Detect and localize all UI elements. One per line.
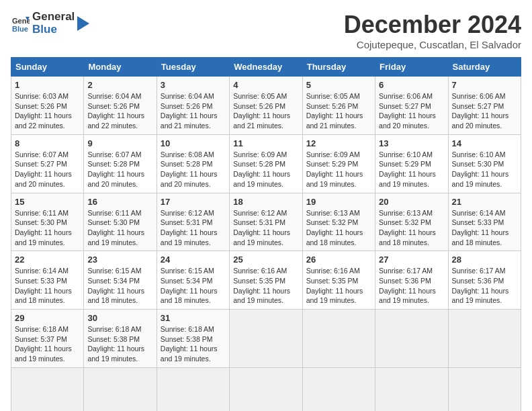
table-cell: 24Sunrise: 6:15 AMSunset: 5:34 PMDayligh…: [157, 251, 229, 310]
table-cell: [302, 310, 375, 368]
day-number: 19: [306, 197, 371, 207]
day-detail: Sunrise: 6:11 AMSunset: 5:30 PMDaylight:…: [15, 208, 80, 248]
table-cell: [230, 310, 302, 368]
day-detail: Sunrise: 6:09 AMSunset: 5:28 PMDaylight:…: [233, 150, 298, 189]
day-number: 11: [233, 138, 298, 148]
table-cell: 26Sunrise: 6:16 AMSunset: 5:35 PMDayligh…: [302, 251, 375, 310]
table-cell: [157, 367, 229, 411]
day-detail: Sunrise: 6:03 AMSunset: 5:26 PMDaylight:…: [15, 91, 80, 131]
day-number: 6: [379, 80, 444, 90]
table-cell: 8Sunrise: 6:07 AMSunset: 5:27 PMDaylight…: [11, 134, 84, 193]
calendar-row: 15Sunrise: 6:11 AMSunset: 5:30 PMDayligh…: [11, 193, 521, 251]
day-number: 3: [161, 80, 226, 90]
day-number: 22: [15, 255, 80, 265]
logo-blue: Blue: [32, 24, 75, 36]
day-detail: Sunrise: 6:17 AMSunset: 5:36 PMDaylight:…: [379, 266, 444, 306]
day-detail: Sunrise: 6:16 AMSunset: 5:35 PMDaylight:…: [233, 266, 298, 306]
day-detail: Sunrise: 6:12 AMSunset: 5:31 PMDaylight:…: [161, 208, 226, 248]
day-detail: Sunrise: 6:10 AMSunset: 5:29 PMDaylight:…: [379, 150, 444, 189]
table-cell: 21Sunrise: 6:14 AMSunset: 5:33 PMDayligh…: [448, 193, 521, 251]
table-cell: [84, 367, 157, 411]
day-detail: Sunrise: 6:09 AMSunset: 5:29 PMDaylight:…: [306, 150, 371, 189]
day-number: 27: [379, 255, 444, 265]
day-number: 21: [452, 197, 517, 207]
day-number: 23: [87, 255, 152, 265]
page-header: General Blue General Blue December 2024 …: [11, 11, 521, 50]
table-cell: 28Sunrise: 6:17 AMSunset: 5:36 PMDayligh…: [448, 251, 521, 310]
day-number: 13: [379, 138, 444, 148]
day-number: 15: [15, 197, 80, 207]
day-detail: Sunrise: 6:04 AMSunset: 5:26 PMDaylight:…: [161, 91, 226, 131]
day-detail: Sunrise: 6:06 AMSunset: 5:27 PMDaylight:…: [452, 91, 517, 131]
table-cell: 18Sunrise: 6:12 AMSunset: 5:31 PMDayligh…: [230, 193, 302, 251]
day-detail: Sunrise: 6:17 AMSunset: 5:36 PMDaylight:…: [452, 266, 517, 306]
day-detail: Sunrise: 6:14 AMSunset: 5:33 PMDaylight:…: [15, 266, 80, 306]
day-detail: Sunrise: 6:18 AMSunset: 5:38 PMDaylight:…: [87, 324, 152, 364]
day-number: 29: [15, 313, 80, 323]
table-cell: 29Sunrise: 6:18 AMSunset: 5:37 PMDayligh…: [11, 310, 84, 368]
day-number: 25: [233, 255, 298, 265]
day-number: 18: [233, 197, 298, 207]
day-detail: Sunrise: 6:16 AMSunset: 5:35 PMDaylight:…: [306, 266, 371, 306]
logo-general: General: [32, 11, 75, 24]
table-cell: 10Sunrise: 6:08 AMSunset: 5:28 PMDayligh…: [157, 134, 229, 193]
day-detail: Sunrise: 6:13 AMSunset: 5:32 PMDaylight:…: [379, 208, 444, 248]
day-number: 5: [306, 80, 371, 90]
day-number: 10: [161, 138, 226, 148]
title-area: December 2024 Cojutepeque, Cuscatlan, El…: [344, 11, 521, 50]
day-detail: Sunrise: 6:10 AMSunset: 5:30 PMDaylight:…: [452, 150, 517, 189]
table-cell: 14Sunrise: 6:10 AMSunset: 5:30 PMDayligh…: [448, 134, 521, 193]
table-cell: 5Sunrise: 6:05 AMSunset: 5:26 PMDaylight…: [302, 77, 375, 135]
table-cell: 19Sunrise: 6:13 AMSunset: 5:32 PMDayligh…: [302, 193, 375, 251]
table-cell: [11, 367, 84, 411]
day-number: 2: [87, 80, 152, 90]
col-sunday: Sunday: [11, 58, 84, 77]
table-cell: 31Sunrise: 6:18 AMSunset: 5:38 PMDayligh…: [157, 310, 229, 368]
day-number: 24: [161, 255, 226, 265]
day-detail: Sunrise: 6:15 AMSunset: 5:34 PMDaylight:…: [87, 266, 152, 306]
table-cell: 1Sunrise: 6:03 AMSunset: 5:26 PMDaylight…: [11, 77, 84, 135]
logo: General Blue General Blue: [11, 11, 89, 36]
table-cell: 20Sunrise: 6:13 AMSunset: 5:32 PMDayligh…: [375, 193, 448, 251]
day-detail: Sunrise: 6:18 AMSunset: 5:37 PMDaylight:…: [15, 324, 80, 364]
day-number: 12: [306, 138, 371, 148]
day-detail: Sunrise: 6:07 AMSunset: 5:27 PMDaylight:…: [15, 150, 80, 189]
day-number: 30: [87, 313, 152, 323]
day-number: 9: [87, 138, 152, 148]
day-number: 20: [379, 197, 444, 207]
table-cell: 7Sunrise: 6:06 AMSunset: 5:27 PMDaylight…: [448, 77, 521, 135]
day-number: 17: [161, 197, 226, 207]
day-detail: Sunrise: 6:04 AMSunset: 5:26 PMDaylight:…: [87, 91, 152, 131]
logo-icon: General Blue: [11, 14, 30, 33]
table-cell: 3Sunrise: 6:04 AMSunset: 5:26 PMDaylight…: [157, 77, 229, 135]
col-monday: Monday: [84, 58, 157, 77]
table-cell: [448, 367, 521, 411]
table-cell: 27Sunrise: 6:17 AMSunset: 5:36 PMDayligh…: [375, 251, 448, 310]
day-detail: Sunrise: 6:07 AMSunset: 5:28 PMDaylight:…: [87, 150, 152, 189]
table-cell: 11Sunrise: 6:09 AMSunset: 5:28 PMDayligh…: [230, 134, 302, 193]
day-number: 28: [452, 255, 517, 265]
table-cell: 6Sunrise: 6:06 AMSunset: 5:27 PMDaylight…: [375, 77, 448, 135]
day-number: 31: [161, 313, 226, 323]
table-cell: [375, 310, 448, 368]
day-number: 14: [452, 138, 517, 148]
day-detail: Sunrise: 6:14 AMSunset: 5:33 PMDaylight:…: [452, 208, 517, 248]
calendar-row: 8Sunrise: 6:07 AMSunset: 5:27 PMDaylight…: [11, 134, 521, 193]
calendar-table: Sunday Monday Tuesday Wednesday Thursday…: [11, 57, 521, 411]
calendar-row: 22Sunrise: 6:14 AMSunset: 5:33 PMDayligh…: [11, 251, 521, 310]
calendar-title: December 2024: [344, 11, 521, 39]
table-cell: [230, 367, 302, 411]
table-cell: 23Sunrise: 6:15 AMSunset: 5:34 PMDayligh…: [84, 251, 157, 310]
day-detail: Sunrise: 6:15 AMSunset: 5:34 PMDaylight:…: [161, 266, 226, 306]
day-number: 26: [306, 255, 371, 265]
day-number: 16: [87, 197, 152, 207]
col-wednesday: Wednesday: [230, 58, 302, 77]
day-number: 1: [15, 80, 80, 90]
calendar-subtitle: Cojutepeque, Cuscatlan, El Salvador: [344, 39, 521, 50]
col-saturday: Saturday: [448, 58, 521, 77]
table-cell: 4Sunrise: 6:05 AMSunset: 5:26 PMDaylight…: [230, 77, 302, 135]
logo-arrow-icon: [77, 16, 89, 31]
day-detail: Sunrise: 6:13 AMSunset: 5:32 PMDaylight:…: [306, 208, 371, 248]
calendar-row: 29Sunrise: 6:18 AMSunset: 5:37 PMDayligh…: [11, 310, 521, 368]
day-detail: Sunrise: 6:12 AMSunset: 5:31 PMDaylight:…: [233, 208, 298, 248]
